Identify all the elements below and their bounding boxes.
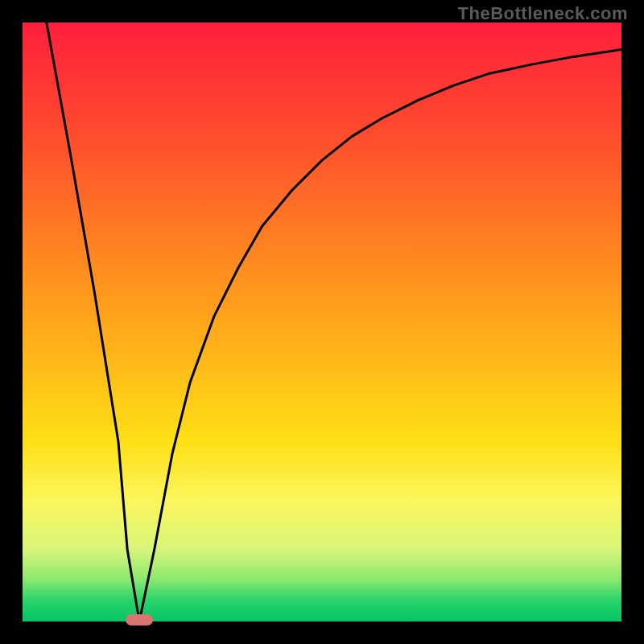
gradient-background [23, 23, 621, 621]
optimal-point-marker [126, 614, 153, 625]
watermark-text: TheBottleneck.com [458, 3, 628, 24]
bottleneck-chart [0, 0, 644, 644]
chart-svg [0, 0, 644, 644]
